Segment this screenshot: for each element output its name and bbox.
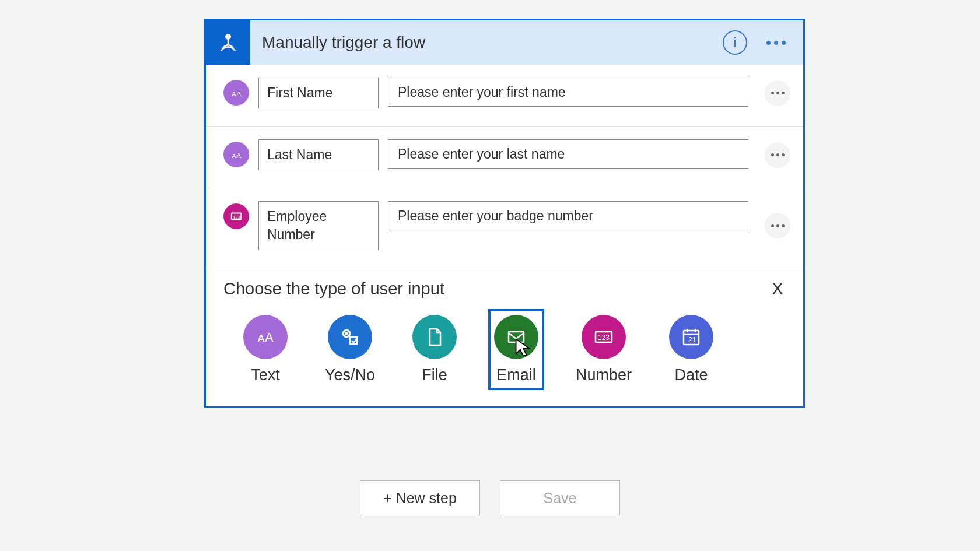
input-label[interactable]: Last Name: [258, 139, 379, 170]
card-title: Manually trigger a flow: [250, 33, 723, 52]
info-icon[interactable]: i: [723, 30, 747, 55]
input-more-button[interactable]: [765, 142, 790, 168]
type-option-email[interactable]: Email: [488, 309, 544, 390]
new-step-button[interactable]: + New step: [360, 480, 480, 515]
svg-rect-8: [509, 332, 524, 342]
text-icon: ᴀA: [223, 80, 249, 106]
svg-text:123: 123: [598, 334, 610, 342]
input-more-button[interactable]: [765, 80, 790, 106]
type-option-yesno[interactable]: Yes/No: [319, 309, 381, 390]
svg-text:123: 123: [233, 215, 240, 220]
choose-input-type-section: Choose the type of user input X ᴀA Text: [206, 268, 803, 406]
type-option-number[interactable]: 123 Number: [570, 309, 638, 390]
input-placeholder-field[interactable]: [388, 139, 748, 169]
input-row-employee-number: 123 Employee Number: [206, 188, 803, 268]
inputs-container: ᴀA First Name ᴀA Last Name: [206, 65, 803, 406]
trigger-card: Manually trigger a flow i ᴀA First Name: [204, 19, 805, 408]
card-more-button[interactable]: [764, 33, 788, 52]
trigger-icon: [206, 20, 250, 65]
input-more-button[interactable]: [765, 213, 790, 238]
svg-text:ᴀA: ᴀA: [232, 152, 242, 160]
input-label[interactable]: Employee Number: [258, 201, 379, 250]
text-icon: ᴀA: [243, 315, 288, 359]
type-label: File: [422, 366, 447, 384]
type-label: Text: [251, 366, 280, 384]
type-label: Date: [675, 366, 708, 384]
input-placeholder-field[interactable]: [388, 78, 748, 107]
email-icon: [494, 315, 538, 359]
input-placeholder-field[interactable]: [388, 201, 748, 230]
close-icon[interactable]: X: [766, 279, 789, 299]
svg-text:ᴀA: ᴀA: [257, 330, 274, 345]
footer-buttons: + New step Save: [0, 480, 980, 515]
type-label: Yes/No: [325, 366, 375, 384]
svg-text:ᴀA: ᴀA: [232, 90, 242, 98]
text-icon: ᴀA: [223, 142, 249, 167]
type-label: Number: [576, 366, 632, 384]
date-icon: 21: [669, 315, 713, 359]
file-icon: [412, 315, 457, 359]
yesno-icon: [328, 315, 372, 359]
svg-point-0: [225, 34, 231, 40]
number-icon: 123: [582, 315, 626, 359]
save-button[interactable]: Save: [500, 480, 620, 515]
input-label[interactable]: First Name: [258, 78, 379, 108]
type-label: Email: [496, 366, 536, 384]
type-option-text[interactable]: ᴀA Text: [237, 309, 293, 390]
input-row-last-name: ᴀA Last Name: [206, 127, 803, 188]
choose-title: Choose the type of user input: [223, 279, 444, 299]
type-option-date[interactable]: 21 Date: [663, 309, 719, 390]
card-header[interactable]: Manually trigger a flow i: [206, 20, 803, 65]
number-icon: 123: [223, 203, 249, 229]
type-option-file[interactable]: File: [407, 309, 463, 390]
svg-text:21: 21: [688, 336, 696, 344]
input-row-first-name: ᴀA First Name: [206, 65, 803, 127]
